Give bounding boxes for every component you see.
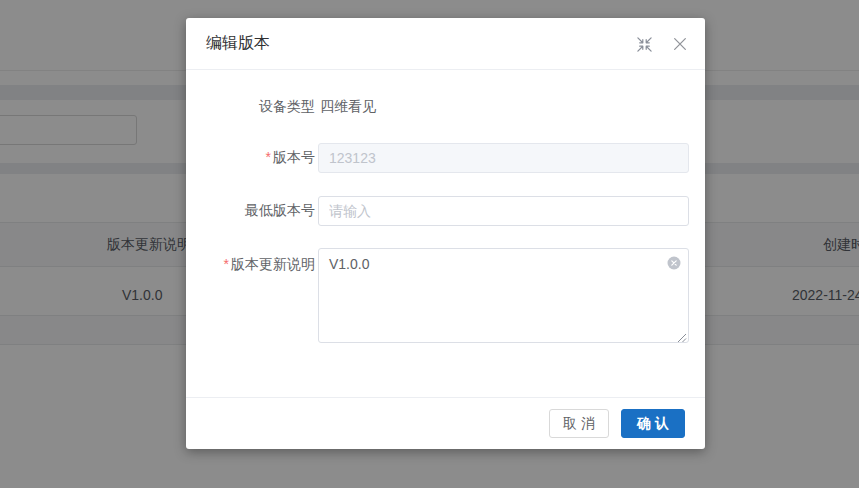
- form-row-version: *版本号: [186, 143, 689, 173]
- min-version-label: 最低版本号: [186, 202, 315, 220]
- update-note-textarea[interactable]: V1.0.0: [318, 248, 689, 343]
- update-note-label: *版本更新说明: [186, 248, 315, 274]
- close-icon[interactable]: [671, 35, 689, 53]
- dialog-title: 编辑版本: [206, 33, 270, 54]
- version-label-text: 版本号: [273, 149, 315, 165]
- required-mark: *: [224, 256, 229, 272]
- dialog-body: 设备类型 四维看见 *版本号 最低版本号 *版本更新说明 V1.0.0: [186, 70, 705, 343]
- dialog-footer: 取 消 确 认: [186, 397, 705, 449]
- version-label: *版本号: [186, 149, 315, 167]
- required-mark: *: [266, 149, 271, 165]
- fullscreen-icon[interactable]: [635, 35, 653, 53]
- version-input: [318, 143, 689, 173]
- dialog-header-actions: [635, 18, 689, 70]
- form-row-update-note: *版本更新说明 V1.0.0: [186, 248, 689, 343]
- update-note-field: V1.0.0: [318, 248, 689, 343]
- cancel-button[interactable]: 取 消: [549, 409, 609, 438]
- update-note-label-text: 版本更新说明: [231, 256, 315, 272]
- form-row-min-version: 最低版本号: [186, 196, 689, 226]
- min-version-input[interactable]: [318, 196, 689, 226]
- clear-icon[interactable]: [667, 256, 681, 270]
- textarea-resize-handle[interactable]: [676, 329, 687, 340]
- device-type-value: 四维看见: [320, 97, 376, 115]
- dialog-header: 编辑版本: [186, 18, 705, 70]
- edit-version-dialog: 编辑版本 设备类型 四维看见 *版本号: [186, 18, 705, 449]
- form-row-device-type: 设备类型 四维看见: [186, 97, 689, 115]
- confirm-button[interactable]: 确 认: [621, 409, 685, 438]
- device-type-label: 设备类型: [186, 97, 315, 115]
